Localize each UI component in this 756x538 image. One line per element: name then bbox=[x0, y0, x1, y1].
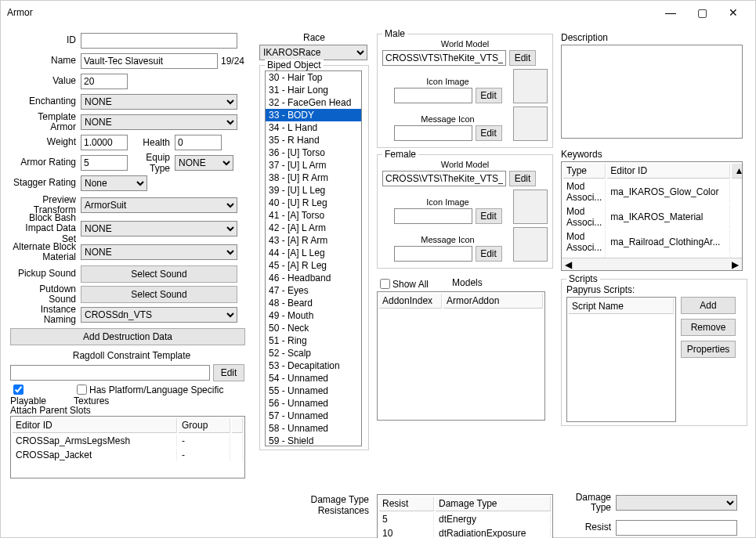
biped-item[interactable]: 48 - Beard bbox=[266, 297, 361, 309]
biped-item[interactable]: 30 - Hair Top bbox=[266, 71, 361, 84]
male-icon-field[interactable] bbox=[394, 88, 472, 103]
ragdoll-edit-button[interactable]: Edit bbox=[213, 364, 244, 381]
male-wm-field[interactable] bbox=[382, 50, 506, 66]
biped-item[interactable]: 38 - [U] R Arm bbox=[266, 172, 361, 184]
maximize-button[interactable]: ▢ bbox=[686, 2, 718, 23]
instance-select[interactable]: CROSSdn_VTS bbox=[81, 307, 237, 323]
attach-table[interactable]: Editor ID Group CROSSap_ArmsLegsMesh-CRO… bbox=[10, 416, 245, 478]
biped-item[interactable]: 41 - [A] Torso bbox=[266, 209, 361, 222]
biped-item[interactable]: 35 - R Hand bbox=[266, 134, 361, 146]
dmg-type-select[interactable] bbox=[616, 495, 737, 511]
preview-select[interactable]: ArmorSuit bbox=[81, 197, 237, 213]
biped-item[interactable]: 49 - Mouth bbox=[266, 309, 361, 322]
stagger-label: Stagger Rating bbox=[10, 178, 81, 188]
male-msg-label: Message Icon bbox=[421, 114, 474, 124]
male-msg-field[interactable] bbox=[394, 125, 472, 141]
table-row[interactable]: 10dtRadiationExposure bbox=[379, 527, 551, 538]
female-msg-edit-button[interactable]: Edit bbox=[476, 246, 502, 262]
stagger-select[interactable]: None bbox=[81, 175, 147, 191]
blockbash-select[interactable]: NONE bbox=[81, 221, 237, 237]
biped-item[interactable]: 31 - Hair Long bbox=[266, 84, 361, 96]
scroll-right-icon[interactable]: ▶ bbox=[732, 259, 739, 270]
table-row[interactable]: CROSSap_ArmsLegsMesh- bbox=[13, 435, 243, 447]
female-icon-preview bbox=[513, 190, 548, 224]
name-field[interactable] bbox=[81, 53, 218, 69]
weight-field[interactable] bbox=[81, 135, 128, 150]
biped-item[interactable]: 56 - Unnamed bbox=[266, 397, 361, 410]
enchanting-select[interactable]: NONE bbox=[81, 94, 237, 110]
biped-item[interactable]: 54 - Unnamed bbox=[266, 372, 361, 385]
biped-item[interactable]: 58 - Unnamed bbox=[266, 422, 361, 435]
template-select[interactable]: NONE bbox=[81, 114, 237, 130]
playable-checkbox[interactable]: Playable bbox=[10, 381, 60, 406]
biped-item[interactable]: 59 - Shield bbox=[266, 435, 361, 446]
table-row[interactable]: 5dtEnergy bbox=[379, 513, 551, 525]
biped-item[interactable]: 32 - FaceGen Head bbox=[266, 96, 361, 109]
putdown-button[interactable]: Select Sound bbox=[81, 286, 237, 303]
pickup-button[interactable]: Select Sound bbox=[81, 265, 237, 283]
close-button[interactable]: ✕ bbox=[718, 2, 749, 23]
scroll-left-icon[interactable]: ◀ bbox=[565, 259, 572, 270]
biped-item[interactable]: 45 - [A] R Leg bbox=[266, 259, 361, 272]
biped-item[interactable]: 46 - Headband bbox=[266, 272, 361, 284]
biped-item[interactable]: 44 - [A] L Leg bbox=[266, 247, 361, 259]
minimize-button[interactable]: — bbox=[655, 2, 686, 23]
biped-list[interactable]: 30 - Hair Top31 - Hair Long32 - FaceGen … bbox=[265, 70, 362, 446]
scripts-properties-button[interactable]: Properties bbox=[681, 341, 736, 358]
table-row[interactable]: Mod Associ...ma_IKAROS_Glow_Color bbox=[563, 180, 743, 204]
biped-item[interactable]: 37 - [U] L Arm bbox=[266, 159, 361, 172]
value-label: Value bbox=[10, 76, 81, 86]
keywords-table[interactable]: TypeEditor ID▲ Mod Associ...ma_IKAROS_Gl… bbox=[561, 161, 743, 271]
scripts-remove-button[interactable]: Remove bbox=[681, 319, 736, 336]
female-group: Female bbox=[382, 149, 418, 160]
altblock-select[interactable]: NONE bbox=[81, 244, 237, 260]
female-wm-label: World Model bbox=[382, 160, 548, 169]
biped-item[interactable]: 57 - Unnamed bbox=[266, 410, 361, 422]
biped-item[interactable]: 52 - Scalp bbox=[266, 347, 361, 359]
id-field[interactable] bbox=[81, 33, 237, 49]
biped-item[interactable]: 39 - [U] L Leg bbox=[266, 184, 361, 197]
biped-item[interactable]: 34 - L Hand bbox=[266, 121, 361, 134]
biped-item[interactable]: 50 - Neck bbox=[266, 322, 361, 334]
dmg-type-label: Damage Type bbox=[561, 493, 616, 513]
equip-type-select[interactable]: NONE bbox=[175, 155, 233, 171]
models-table[interactable]: AddonIndexArmorAddon bbox=[377, 291, 545, 421]
biped-item[interactable]: 43 - [A] R Arm bbox=[266, 234, 361, 247]
female-icon-field[interactable] bbox=[394, 208, 472, 224]
male-msg-edit-button[interactable]: Edit bbox=[476, 125, 502, 141]
biped-item[interactable]: 36 - [U] Torso bbox=[266, 146, 361, 159]
table-row[interactable]: Mod Associ...ma_Railroad_ClothingAr... bbox=[563, 230, 743, 254]
female-wm-field[interactable] bbox=[382, 171, 506, 186]
female-msg-field[interactable] bbox=[394, 246, 472, 262]
male-msg-preview bbox=[513, 107, 548, 141]
biped-item[interactable]: 40 - [U] R Leg bbox=[266, 197, 361, 209]
biped-label: Biped Object bbox=[265, 60, 324, 70]
value-field[interactable] bbox=[81, 74, 128, 89]
textures-checkbox[interactable]: Has Platform/Language Specific Textures bbox=[74, 381, 253, 406]
biped-item[interactable]: 55 - Unnamed bbox=[266, 385, 361, 397]
biped-item[interactable]: 51 - Ring bbox=[266, 334, 361, 347]
showall-checkbox[interactable]: Show All bbox=[377, 275, 429, 290]
biped-item[interactable]: 33 - BODY bbox=[266, 109, 361, 121]
scripts-table[interactable]: Script Name bbox=[566, 297, 676, 422]
health-field[interactable] bbox=[175, 135, 222, 150]
biped-item[interactable]: 47 - Eyes bbox=[266, 284, 361, 297]
male-wm-edit-button[interactable]: Edit bbox=[509, 50, 536, 66]
armor-rating-field[interactable] bbox=[81, 155, 128, 171]
male-icon-edit-button[interactable]: Edit bbox=[476, 88, 502, 103]
description-field[interactable] bbox=[561, 45, 743, 139]
biped-item[interactable]: 53 - Decapitation bbox=[266, 359, 361, 372]
female-icon-edit-button[interactable]: Edit bbox=[476, 208, 502, 224]
destruction-button[interactable]: Add Destruction Data bbox=[10, 328, 245, 345]
biped-item[interactable]: 42 - [A] L Arm bbox=[266, 222, 361, 234]
table-row[interactable]: CROSSap_Jacket- bbox=[13, 449, 243, 461]
scripts-add-button[interactable]: Add bbox=[681, 297, 736, 314]
ragdoll-field[interactable] bbox=[10, 365, 210, 381]
name-counter: 19/24 bbox=[221, 56, 244, 67]
race-select[interactable]: IKAROSRace bbox=[259, 45, 367, 60]
name-label: Name bbox=[10, 56, 81, 66]
female-wm-edit-button[interactable]: Edit bbox=[509, 171, 536, 186]
table-row[interactable]: Mod Associ...ma_IKAROS_Material bbox=[563, 205, 743, 229]
resist-field[interactable] bbox=[616, 520, 737, 536]
damage-table[interactable]: ResistDamage Type 5dtEnergy10dtRadiation… bbox=[377, 494, 553, 538]
